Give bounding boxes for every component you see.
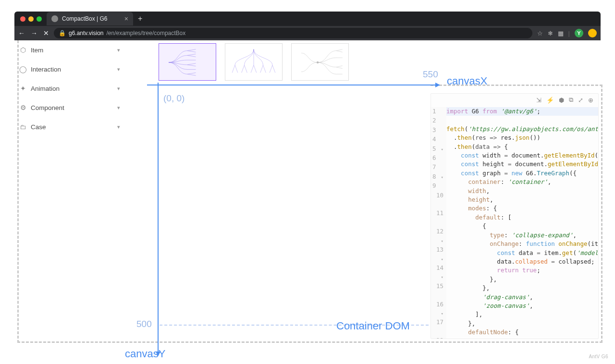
- component-icon: ⚙: [19, 104, 27, 111]
- minimize-window-icon[interactable]: [28, 16, 34, 22]
- maximize-window-icon[interactable]: [37, 16, 42, 22]
- sidebar-item-interaction[interactable]: ◯ Interaction ▾: [19, 60, 125, 79]
- watermark: AntV G6: [589, 354, 608, 359]
- container-border-right: [601, 85, 603, 343]
- origin-label: (0, 0): [163, 93, 184, 104]
- forward-button[interactable]: →: [31, 29, 37, 37]
- container-border-top: [430, 85, 603, 86]
- container-dom-label: Container DOM: [336, 320, 410, 332]
- sidebar-label: Item: [31, 47, 43, 54]
- interaction-icon: ◯: [19, 65, 27, 73]
- y-tick-label: 500: [136, 319, 152, 329]
- browser-window: CompactBox | G6 × + ← → ✕ 🔒 g6.antv.visi…: [14, 12, 601, 40]
- chevron-down-icon: ▾: [117, 105, 120, 111]
- thumbnail-compactbox-lr[interactable]: [159, 43, 216, 81]
- window-controls[interactable]: [20, 16, 42, 22]
- bolt-icon[interactable]: ⚡: [546, 97, 554, 104]
- address-bar: ← → ✕ 🔒 g6.antv.vision/en/examples/tree/…: [14, 26, 601, 40]
- canvas-y-axis-arrow: [158, 83, 159, 352]
- sidebar: ⬡ Item ▾ ◯ Interaction ▾ ✦ Animation ▾ ⚙…: [14, 40, 125, 345]
- export-icon[interactable]: ⇲: [536, 97, 541, 104]
- chevron-down-icon: ▾: [117, 47, 120, 53]
- stop-button[interactable]: ✕: [43, 29, 49, 37]
- sidebar-label: Interaction: [31, 66, 61, 73]
- canvas-x-axis-arrow: [147, 85, 435, 85]
- qr-icon[interactable]: ▦: [558, 30, 564, 37]
- url-field[interactable]: 🔒 g6.antv.vision/en/examples/tree/compac…: [54, 28, 532, 38]
- sidebar-label: Case: [31, 123, 46, 131]
- new-tab-button[interactable]: +: [138, 14, 142, 23]
- canvas-y-label: canvasY: [125, 348, 165, 360]
- animation-icon: ✦: [19, 85, 27, 92]
- sidebar-item-component[interactable]: ⚙ Component ▾: [19, 98, 125, 117]
- url-host: g6.antv.vision: [69, 30, 104, 36]
- profile-avatar[interactable]: Y: [575, 29, 583, 37]
- copy-icon[interactable]: ⧉: [569, 96, 573, 104]
- tab-title: CompactBox | G6: [62, 15, 108, 22]
- favicon-icon: [51, 15, 58, 22]
- back-button[interactable]: ←: [18, 29, 25, 37]
- code-editor-panel: ⇲ ⚡ ⬢ ⧉ ⤢ ⊕ 1 2 3 4 5 ▾6 7 8 ▾9 10 11 12…: [430, 93, 599, 339]
- y-dash-line: [160, 325, 429, 326]
- tab-bar: CompactBox | G6 × +: [14, 12, 601, 26]
- chevron-down-icon: ▾: [117, 124, 120, 130]
- expand-icon[interactable]: ⤢: [578, 97, 583, 104]
- sidebar-label: Animation: [31, 85, 60, 92]
- code-toolbar: ⇲ ⚡ ⬢ ⧉ ⤢ ⊕: [431, 94, 598, 106]
- case-icon: 🗀: [19, 123, 27, 131]
- secondary-avatar[interactable]: [588, 29, 597, 37]
- example-thumbnails: [130, 40, 601, 81]
- content-area: (0, 0) 550 canvasX 500 canvasY Container…: [130, 40, 601, 345]
- code-body[interactable]: 1 2 3 4 5 ▾6 7 8 ▾9 10 11 12 ▾13 ▾14 ▾15…: [431, 106, 598, 339]
- cube-icon[interactable]: ⬢: [559, 97, 564, 104]
- lock-icon: 🔒: [59, 30, 66, 36]
- code-gutter: 1 2 3 4 5 ▾6 7 8 ▾9 10 11 12 ▾13 ▾14 ▾15…: [431, 107, 446, 339]
- chevron-down-icon: ▾: [117, 85, 120, 92]
- url-path: /en/examples/tree/compactBox: [107, 30, 186, 36]
- browser-tab[interactable]: CompactBox | G6 ×: [47, 12, 133, 25]
- chevron-down-icon: ▾: [117, 66, 120, 73]
- code-lines[interactable]: import G6 from '@antv/g6'; fetch('https:…: [446, 107, 598, 339]
- sidebar-item-item[interactable]: ⬡ Item ▾: [19, 40, 125, 60]
- close-tab-icon[interactable]: ×: [124, 15, 128, 23]
- item-icon: ⬡: [19, 46, 27, 54]
- extension-icon[interactable]: ❄: [548, 30, 553, 37]
- sidebar-label: Component: [31, 104, 64, 111]
- sidebar-item-case[interactable]: 🗀 Case ▾: [19, 117, 125, 136]
- thumbnail-compactbox-tb[interactable]: [225, 43, 283, 81]
- star-icon[interactable]: ☆: [537, 30, 543, 37]
- run-icon[interactable]: ⊕: [588, 97, 593, 104]
- thumbnail-compactbox-radial[interactable]: [291, 43, 349, 81]
- close-window-icon[interactable]: [20, 16, 25, 22]
- sidebar-item-animation[interactable]: ✦ Animation ▾: [19, 79, 125, 98]
